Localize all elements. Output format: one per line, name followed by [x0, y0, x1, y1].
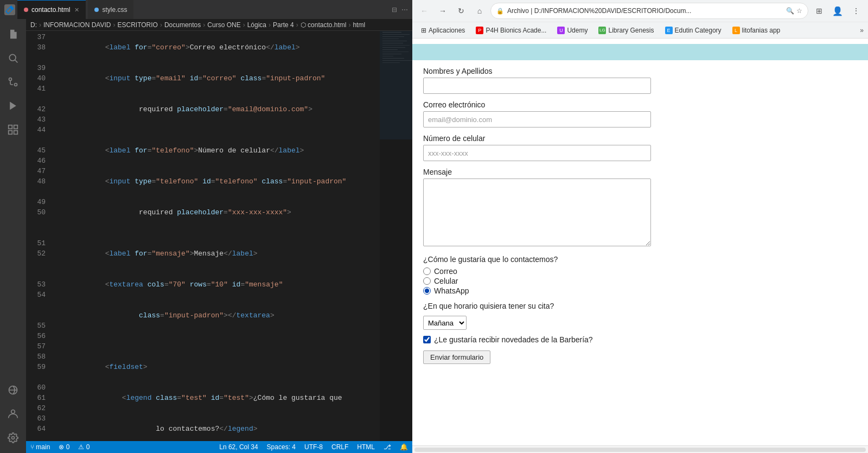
lock-icon: 🔒 — [496, 8, 504, 15]
search-address-icon[interactable]: 🔍 — [786, 7, 794, 15]
account-icon[interactable] — [2, 403, 24, 425]
run-debug-icon[interactable] — [2, 95, 24, 117]
radio-whatsapp[interactable] — [423, 287, 431, 295]
title-bar: contacto.html ✕ style.css ⊟ ⋯ — [0, 0, 412, 19]
code-line-38: <input type="email" id="correo" class="i… — [54, 63, 380, 94]
svg-rect-6 — [14, 125, 18, 129]
spaces-indicator: Spaces: 4 — [267, 443, 296, 451]
scrollbar-track[interactable] — [414, 448, 866, 452]
svg-line-1 — [15, 60, 18, 63]
svg-rect-8 — [14, 131, 18, 135]
contact-form: Nombres y Apellidos Correo electrónico N… — [423, 67, 857, 364]
bookmark-p4h-label: P4H Bionics Acade... — [486, 27, 546, 34]
radio-item-correo: Correo — [423, 267, 857, 276]
submit-button[interactable]: Enviar formulario — [423, 350, 490, 364]
svg-point-0 — [9, 54, 16, 61]
newsletter-label: ¿Le gustaría recibir novedades de la Bar… — [434, 335, 593, 344]
radio-whatsapp-label: WhatsApp — [434, 286, 469, 295]
code-line-43: <label for="mensaje">Mensaje</label> — [54, 238, 380, 269]
horario-legend: ¿En que horario quisiera tener su cita? — [423, 302, 857, 310]
language-mode[interactable]: HTML — [357, 443, 375, 451]
bookmark-aplicaciones[interactable]: ⊞ Aplicaciones — [417, 25, 469, 35]
errors-count[interactable]: ⊗ 0 — [59, 443, 69, 451]
correo-input[interactable] — [423, 111, 651, 127]
code-line-42 — [54, 228, 380, 238]
home-button[interactable]: ⌂ — [472, 3, 487, 18]
breadcrumb: D: › INFORMACION DAVID › ESCRITORIO › Do… — [26, 19, 412, 31]
browser-menu-button[interactable]: ⋮ — [848, 3, 864, 18]
svg-rect-5 — [9, 125, 12, 129]
bookmarks-more-button[interactable]: » — [860, 27, 864, 34]
telefono-label: Número de celular — [423, 134, 857, 143]
code-line-48b: lo contactemos?</legend> — [54, 413, 380, 441]
reload-button[interactable]: ↻ — [454, 3, 469, 18]
code-line-48: <legend class="test" id="test">¿Cómo le … — [54, 382, 380, 413]
browser-content[interactable]: Nombres y Apellidos Correo electrónico N… — [412, 39, 868, 445]
encoding: UTF-8 — [304, 443, 323, 451]
settings-icon[interactable] — [2, 427, 24, 449]
code-line-47: <fieldset> — [54, 352, 380, 382]
tab-contacto-html[interactable]: contacto.html ✕ — [17, 0, 86, 19]
newsletter-checkbox[interactable] — [423, 336, 431, 343]
bc-documentos: Documentos — [164, 21, 201, 29]
status-bar: ⑂ main ⊗ 0 ⚠ 0 Ln 62, Col 34 Spaces: 4 U… — [26, 441, 412, 453]
profile-button[interactable]: 👤 — [830, 3, 845, 18]
code-line-46 — [54, 341, 380, 352]
radio-correo[interactable] — [423, 267, 431, 275]
extensions-icon[interactable] — [2, 119, 24, 141]
search-icon[interactable] — [2, 47, 24, 69]
code-editor[interactable]: 37 38 39 40 41 42 43 44 45 46 47 48 — [26, 31, 412, 441]
bell-icon[interactable]: 🔔 — [400, 443, 408, 451]
address-bar[interactable]: 🔒 Archivo | D:/INFORMACION%20DAVID/ESCRI… — [490, 3, 808, 19]
editor-content-area: D: › INFORMACION DAVID › ESCRITORIO › Do… — [0, 19, 412, 453]
remote-icon[interactable] — [2, 379, 24, 401]
address-text: Archivo | D:/INFORMACION%20DAVID/ESCRITO… — [507, 7, 783, 15]
files-icon[interactable] — [2, 23, 24, 45]
app-icon — [4, 4, 15, 15]
bookmark-udemy-label: Udemy — [567, 27, 588, 34]
bookmark-address-icon[interactable]: ☆ — [796, 7, 802, 15]
code-line-37: <label for="correo">Correo electrónico</… — [54, 32, 380, 63]
telefono-input[interactable] — [423, 145, 651, 161]
contact-method-legend: ¿Cómo le gustaría que lo contactemos? — [423, 255, 857, 264]
code-lines: <label for="correo">Correo electrónico</… — [50, 31, 380, 441]
svg-point-10 — [11, 410, 15, 414]
bookmark-libgen[interactable]: LG Library Genesis — [594, 25, 658, 35]
radio-celular[interactable] — [423, 277, 431, 285]
code-line-39 — [54, 125, 380, 135]
sidebar-toggle-button[interactable]: ⊞ — [812, 3, 827, 18]
bc-logica: Lógica — [247, 21, 266, 29]
nombres-label: Nombres y Apellidos — [423, 67, 857, 75]
format-icon[interactable]: ⎇ — [384, 443, 391, 451]
bookmark-litofanias-label: litofanias app — [742, 27, 781, 34]
tab-style-css[interactable]: style.css — [88, 0, 133, 19]
nombres-input[interactable] — [423, 78, 651, 94]
radio-celular-label: Celular — [434, 277, 458, 285]
activity-bar — [0, 19, 26, 453]
mensaje-textarea[interactable] — [423, 178, 651, 246]
vscode-editor: contacto.html ✕ style.css ⊟ ⋯ — [0, 0, 412, 453]
title-bar-controls: ⊟ ⋯ — [392, 6, 408, 14]
browser-scrollbar[interactable] — [412, 445, 868, 453]
tab-close-contacto[interactable]: ✕ — [74, 7, 79, 14]
horario-select[interactable]: Mañana Tarde — [423, 316, 467, 330]
newsletter-checkbox-item: ¿Le gustaría recibir novedades de la Bar… — [423, 335, 857, 344]
bookmark-udemy[interactable]: U Udemy — [553, 25, 592, 35]
forward-button[interactable]: → — [435, 3, 450, 18]
bookmark-litofanias[interactable]: L litofanias app — [728, 25, 785, 35]
bookmark-edutin[interactable]: E Edutin Category — [661, 25, 726, 35]
source-control-icon[interactable] — [2, 71, 24, 93]
bookmark-p4h[interactable]: P P4H Bionics Acade... — [471, 25, 551, 35]
warnings-count[interactable]: ⚠ 0 — [78, 443, 90, 451]
tab-dot-html — [24, 8, 28, 12]
code-line-40: <label for="telefono">Número de celular<… — [54, 135, 380, 166]
more-actions-icon[interactable]: ⋯ — [401, 6, 408, 14]
git-branch[interactable]: ⑂ main — [30, 443, 50, 451]
svg-rect-27 — [380, 31, 412, 139]
back-button[interactable]: ← — [417, 3, 432, 18]
libgen-icon: LG — [598, 27, 606, 34]
bc-parte4: Parte 4 — [273, 21, 294, 29]
split-editor-icon[interactable]: ⊟ — [392, 6, 397, 14]
svg-point-3 — [15, 84, 17, 86]
bc-d: D: — [30, 21, 37, 29]
